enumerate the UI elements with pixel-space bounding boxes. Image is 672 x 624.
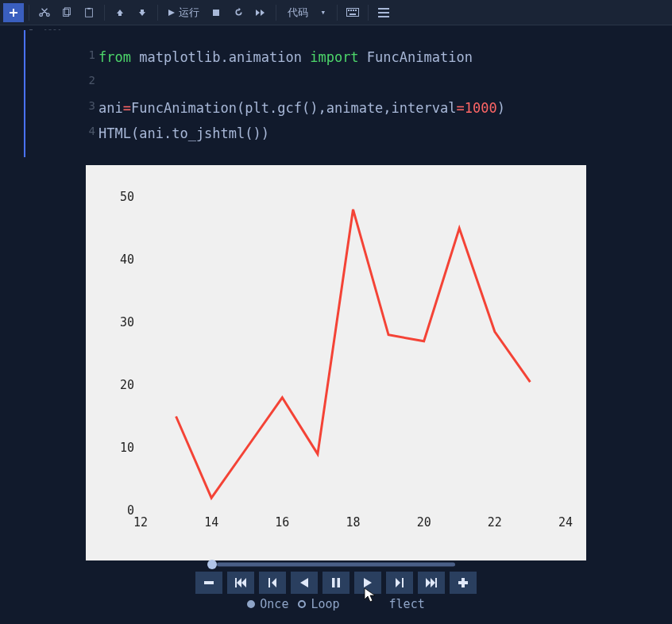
y-tick-label: 30	[120, 315, 134, 329]
x-tick-label: 24	[558, 515, 573, 530]
x-tick-label: 14	[204, 515, 218, 530]
line-number: 2	[87, 74, 95, 87]
svg-rect-6	[348, 10, 350, 11]
svg-rect-9	[355, 10, 357, 11]
chart-axes: 0102030405012141618202224	[141, 197, 566, 510]
play-reflect-radio[interactable]: flect	[389, 597, 425, 611]
chart-line	[141, 197, 566, 510]
svg-rect-10	[350, 13, 356, 15]
pause-button[interactable]	[322, 572, 350, 594]
paste-button[interactable]	[79, 3, 99, 22]
faster-button[interactable]	[450, 572, 477, 594]
svg-rect-2	[86, 8, 93, 17]
svg-rect-18	[338, 578, 341, 587]
first-frame-button[interactable]	[227, 572, 254, 594]
y-tick-label: 40	[120, 252, 134, 267]
play-button[interactable]	[354, 572, 381, 594]
run-button[interactable]: 运行	[163, 6, 204, 20]
svg-rect-19	[402, 578, 404, 587]
svg-rect-14	[204, 581, 214, 584]
code-editor[interactable]: from matplotlib.animation import FuncAni…	[25, 30, 672, 154]
svg-rect-8	[353, 10, 354, 11]
line-number: 1	[87, 48, 95, 61]
reverse-play-button[interactable]	[291, 572, 318, 594]
x-tick-label: 20	[417, 515, 431, 530]
svg-rect-17	[332, 578, 335, 587]
play-loop-radio[interactable]: Loop	[298, 597, 339, 611]
x-tick-label: 18	[346, 515, 360, 530]
animation-controls: Once Loop Pause flect	[86, 560, 586, 611]
move-up-button[interactable]	[110, 3, 130, 22]
animation-slider[interactable]	[209, 560, 463, 568]
next-frame-button[interactable]	[386, 572, 413, 594]
prev-frame-button[interactable]	[259, 572, 286, 594]
svg-rect-7	[350, 10, 352, 11]
x-tick-label: 16	[275, 515, 289, 530]
svg-rect-4	[213, 10, 219, 16]
move-down-button[interactable]	[132, 3, 153, 22]
keyboard-button[interactable]	[342, 3, 363, 22]
line-number: 4	[87, 125, 95, 137]
run-label: 运行	[179, 6, 199, 20]
copy-button[interactable]	[56, 3, 77, 22]
svg-rect-3	[87, 7, 91, 9]
y-tick-label: 10	[120, 441, 134, 455]
code-cell[interactable]: 1 2 3 4 from matplotlib.animation import…	[24, 30, 672, 157]
stop-button[interactable]	[206, 3, 226, 22]
x-tick-label: 12	[133, 515, 148, 530]
fast-forward-button[interactable]	[250, 3, 271, 22]
notebook-toolbar: 运行 代码	[0, 0, 672, 25]
cell-type-select[interactable]: 代码	[281, 5, 332, 20]
command-palette-button[interactable]	[373, 3, 394, 22]
cut-button[interactable]	[34, 3, 55, 22]
x-tick-label: 22	[488, 515, 502, 530]
chart-output: 0102030405012141618202224	[86, 165, 586, 560]
svg-rect-12	[378, 12, 389, 13]
svg-rect-11	[378, 8, 389, 10]
slower-button[interactable]	[195, 572, 222, 594]
y-tick-label: 20	[120, 378, 134, 392]
svg-rect-15	[235, 578, 237, 587]
y-tick-label: 50	[120, 190, 134, 204]
svg-rect-22	[458, 581, 468, 584]
svg-rect-16	[268, 578, 270, 587]
play-once-radio[interactable]: Once	[247, 597, 288, 611]
insert-cell-button[interactable]	[3, 3, 24, 22]
restart-button[interactable]	[228, 3, 249, 22]
last-frame-button[interactable]	[418, 572, 445, 594]
svg-rect-20	[435, 578, 437, 587]
svg-rect-13	[378, 16, 389, 17]
line-number: 3	[87, 99, 95, 112]
